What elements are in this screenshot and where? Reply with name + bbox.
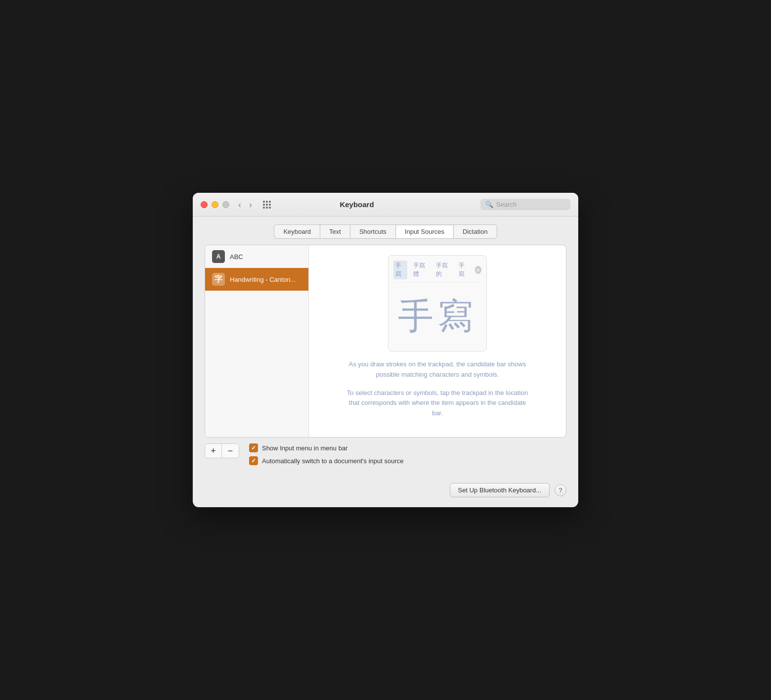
sidebar-item-abc-label: ABC xyxy=(230,253,243,261)
add-remove-buttons: + − xyxy=(205,443,239,458)
titlebar: ‹ › Keyboard 🔍 xyxy=(193,193,578,217)
sidebar: A ABC 字 Handwriting - Canton... xyxy=(205,245,309,437)
window-title: Keyboard xyxy=(239,200,474,209)
main-window: ‹ › Keyboard 🔍 Keyboard Text Shortcuts I… xyxy=(193,193,578,507)
tab-shortcuts[interactable]: Shortcuts xyxy=(350,224,395,239)
handwriting-area: 手寫 xyxy=(393,287,481,346)
description-text-1: As you draw strokes on the trackpad, the… xyxy=(343,359,531,380)
search-box[interactable]: 🔍 xyxy=(480,199,570,210)
add-input-source-button[interactable]: + xyxy=(205,444,222,458)
tab-keyboard[interactable]: Keyboard xyxy=(274,224,320,239)
tab-input-sources[interactable]: Input Sources xyxy=(395,224,453,239)
minimize-button[interactable] xyxy=(212,201,218,208)
hanzi-display: 手寫 xyxy=(398,293,477,340)
abc-icon: A xyxy=(212,250,225,263)
checkbox-auto-switch-icon xyxy=(249,456,258,465)
candidate-char-1[interactable]: 手寫 xyxy=(393,261,407,279)
handwriting-canvas: 手寫 手寫體 手寫的 手寫 ✕ 手寫 xyxy=(388,255,487,351)
footer: Set Up Bluetooth Keyboard... ? xyxy=(193,477,578,507)
tab-bar: Keyboard Text Shortcuts Input Sources Di… xyxy=(193,217,578,245)
checkbox-auto-switch[interactable]: Automatically switch to a document's inp… xyxy=(249,456,403,465)
checkboxes: Show Input menu in menu bar Automaticall… xyxy=(249,443,403,465)
maximize-button[interactable] xyxy=(222,201,229,208)
checkbox-auto-switch-label: Automatically switch to a document's inp… xyxy=(262,457,403,465)
search-input[interactable] xyxy=(496,201,565,208)
checkbox-show-input-menu-label: Show Input menu in menu bar xyxy=(262,444,347,452)
bottom-controls: + − Show Input menu in menu bar Automati… xyxy=(205,438,566,467)
search-icon: 🔍 xyxy=(485,201,493,208)
close-button[interactable] xyxy=(201,201,208,208)
hanzi-icon: 字 xyxy=(212,273,225,286)
main-panel: A ABC 字 Handwriting - Canton... 手寫 手寫體 手… xyxy=(205,245,566,438)
bluetooth-keyboard-button[interactable]: Set Up Bluetooth Keyboard... xyxy=(450,483,550,497)
tab-dictation[interactable]: Dictation xyxy=(453,224,497,239)
checkbox-show-input-menu[interactable]: Show Input menu in menu bar xyxy=(249,443,403,452)
remove-input-source-button[interactable]: − xyxy=(222,444,239,458)
help-button[interactable]: ? xyxy=(555,484,566,496)
candidate-bar: 手寫 手寫體 手寫的 手寫 ✕ xyxy=(393,261,481,283)
sidebar-item-handwriting[interactable]: 字 Handwriting - Canton... xyxy=(205,268,308,291)
candidate-clear-button[interactable]: ✕ xyxy=(475,266,481,274)
checkbox-show-input-menu-icon xyxy=(249,443,258,452)
candidate-char-3[interactable]: 手寫的 xyxy=(434,261,453,279)
content-area: A ABC 字 Handwriting - Canton... 手寫 手寫體 手… xyxy=(193,245,578,477)
traffic-lights xyxy=(201,201,229,208)
tab-text[interactable]: Text xyxy=(320,224,350,239)
candidate-char-2[interactable]: 手寫體 xyxy=(411,261,430,279)
description-text-2: To select characters or symbols, tap the… xyxy=(343,388,531,419)
candidate-char-4[interactable]: 手寫 xyxy=(457,261,471,279)
sidebar-item-handwriting-label: Handwriting - Canton... xyxy=(230,276,296,283)
sidebar-item-abc[interactable]: A ABC xyxy=(205,245,308,268)
detail-panel: 手寫 手寫體 手寫的 手寫 ✕ 手寫 As you draw strokes o… xyxy=(309,245,566,437)
